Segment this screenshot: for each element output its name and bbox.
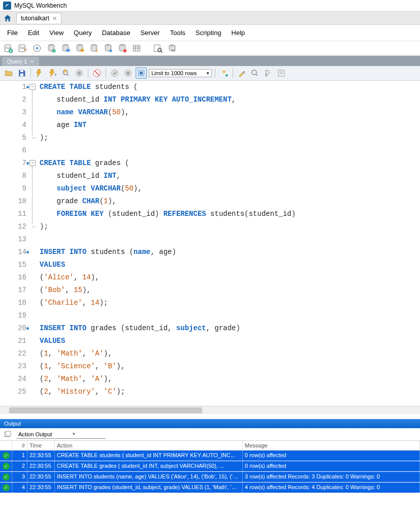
output-grid-header: # Time Action Message bbox=[0, 441, 420, 451]
title-bar: MySQL Workbench bbox=[0, 0, 420, 11]
brush-icon[interactable] bbox=[236, 68, 247, 79]
code-content[interactable]: CREATE TABLE students ( student_id INT P… bbox=[38, 81, 420, 406]
toggle-autocommit-icon[interactable] bbox=[91, 68, 103, 79]
new-sql-tab-icon[interactable]: SQL bbox=[3, 43, 14, 54]
menu-help[interactable]: Help bbox=[228, 27, 249, 39]
query-tab[interactable]: Query 1 ✕ bbox=[2, 57, 39, 66]
chevron-down-icon: ▾ bbox=[73, 431, 75, 436]
connection-tab-label: tutorialkart bbox=[21, 15, 49, 22]
svg-rect-31 bbox=[140, 72, 143, 75]
toggle-whitespace-icon[interactable] bbox=[136, 68, 147, 79]
menu-file[interactable]: File bbox=[3, 27, 22, 39]
close-icon[interactable]: ✕ bbox=[30, 59, 34, 65]
success-icon: ✓ bbox=[3, 473, 10, 480]
close-icon[interactable]: ✕ bbox=[52, 15, 57, 22]
success-icon: ✓ bbox=[3, 463, 10, 470]
output-row[interactable]: ✓422:30:55INSERT INTO grades (student_id… bbox=[0, 483, 420, 493]
table-icon[interactable] bbox=[131, 43, 142, 54]
output-panel-title: Output bbox=[4, 421, 21, 427]
menu-view[interactable]: View bbox=[45, 27, 68, 39]
col-header-message[interactable]: Message bbox=[243, 441, 420, 451]
query-tab-label: Query 1 bbox=[7, 58, 27, 65]
svg-rect-11 bbox=[67, 49, 70, 52]
open-sql-icon[interactable]: SQL bbox=[17, 43, 28, 54]
row-limit-label: Limit to 1000 rows bbox=[151, 70, 197, 76]
sql-editor[interactable]: 1234567891011121314151617181920212223242… bbox=[0, 81, 420, 406]
output-row[interactable]: ✓122:30:55CREATE TABLE students ( studen… bbox=[0, 451, 420, 461]
chevron-down-icon: ▾ bbox=[207, 71, 209, 76]
svg-point-17 bbox=[123, 49, 127, 53]
query-tab-bar: Query 1 ✕ bbox=[0, 56, 420, 66]
output-layout-icon[interactable] bbox=[3, 430, 12, 439]
rollback-icon[interactable] bbox=[122, 68, 134, 79]
svg-text:SQL: SQL bbox=[20, 46, 25, 49]
output-controls: Action Output ▾ bbox=[0, 428, 420, 441]
stop-icon[interactable] bbox=[74, 68, 85, 79]
inspector-icon[interactable]: i bbox=[31, 43, 43, 54]
output-row[interactable]: ✓322:30:55INSERT INTO students (name, ag… bbox=[0, 472, 420, 483]
db-icon-5[interactable] bbox=[103, 43, 114, 54]
horizontal-scrollbar[interactable] bbox=[0, 406, 420, 414]
beautify-icon[interactable] bbox=[218, 68, 230, 79]
menu-database[interactable]: Database bbox=[98, 27, 135, 39]
svg-rect-34 bbox=[278, 70, 284, 76]
menu-tools[interactable]: Tools bbox=[166, 27, 189, 39]
output-grid: # Time Action Message ✓122:30:55CREATE T… bbox=[0, 441, 420, 493]
line-number-gutter: 1234567891011121314151617181920212223242… bbox=[0, 81, 29, 406]
output-type-label: Action Output bbox=[18, 431, 52, 437]
success-icon: ✓ bbox=[3, 484, 10, 491]
menu-scripting[interactable]: Scripting bbox=[191, 27, 225, 39]
svg-point-28 bbox=[111, 70, 118, 77]
row-limit-select[interactable]: Limit to 1000 rows ▾ bbox=[149, 69, 212, 77]
app-icon bbox=[3, 2, 11, 10]
home-icon[interactable] bbox=[2, 13, 13, 23]
fold-toggle[interactable]: − bbox=[29, 84, 36, 90]
svg-rect-36 bbox=[6, 431, 11, 436]
db-icon-1[interactable] bbox=[46, 43, 57, 54]
fold-column: −− bbox=[29, 81, 38, 406]
menu-bar: FileEditViewQueryDatabaseServerToolsScri… bbox=[0, 25, 420, 41]
connection-tabs: tutorialkart ✕ bbox=[0, 12, 420, 25]
svg-rect-26 bbox=[78, 72, 81, 75]
db-icon-6[interactable] bbox=[117, 43, 128, 54]
save-icon[interactable] bbox=[16, 68, 27, 79]
scrollbar-thumb[interactable] bbox=[9, 407, 202, 413]
open-file-icon[interactable] bbox=[3, 68, 14, 79]
fold-toggle[interactable]: − bbox=[29, 160, 36, 166]
col-header-num[interactable]: # bbox=[12, 441, 27, 451]
db-icon-2[interactable] bbox=[60, 43, 71, 54]
svg-text:SQL: SQL bbox=[6, 46, 11, 49]
editor-toolbar: Limit to 1000 rows ▾ bbox=[0, 66, 420, 81]
svg-rect-22 bbox=[20, 70, 23, 72]
connection-tab[interactable]: tutorialkart ✕ bbox=[16, 13, 61, 23]
dashboard-icon[interactable] bbox=[167, 43, 178, 54]
output-type-select[interactable]: Action Output ▾ bbox=[16, 430, 106, 439]
find-icon[interactable] bbox=[249, 68, 261, 79]
output-panel-header: Output bbox=[0, 419, 420, 428]
db-icon-4[interactable] bbox=[88, 43, 100, 54]
svg-rect-13 bbox=[81, 49, 84, 52]
col-header-time[interactable]: Time bbox=[27, 441, 55, 451]
menu-edit[interactable]: Edit bbox=[24, 27, 43, 39]
explain-icon[interactable] bbox=[60, 68, 72, 79]
app-title: MySQL Workbench bbox=[14, 2, 67, 9]
search-db-icon[interactable] bbox=[152, 43, 164, 54]
execute-icon[interactable] bbox=[34, 68, 45, 79]
menu-query[interactable]: Query bbox=[70, 27, 95, 39]
svg-rect-18 bbox=[133, 45, 140, 51]
commit-icon[interactable] bbox=[109, 68, 120, 79]
db-icon-3[interactable] bbox=[74, 43, 85, 54]
invisible-chars-icon[interactable] bbox=[263, 68, 274, 79]
svg-rect-23 bbox=[20, 74, 23, 76]
success-icon: ✓ bbox=[3, 452, 10, 459]
output-row[interactable]: ✓222:30:55CREATE TABLE grades ( student_… bbox=[0, 461, 420, 472]
svg-point-32 bbox=[225, 74, 228, 77]
menu-server[interactable]: Server bbox=[136, 27, 164, 39]
execute-current-icon[interactable] bbox=[47, 68, 58, 79]
wrap-icon[interactable] bbox=[276, 68, 287, 79]
main-toolbar: SQL SQL i bbox=[0, 41, 420, 56]
col-header-action[interactable]: Action bbox=[55, 441, 243, 451]
